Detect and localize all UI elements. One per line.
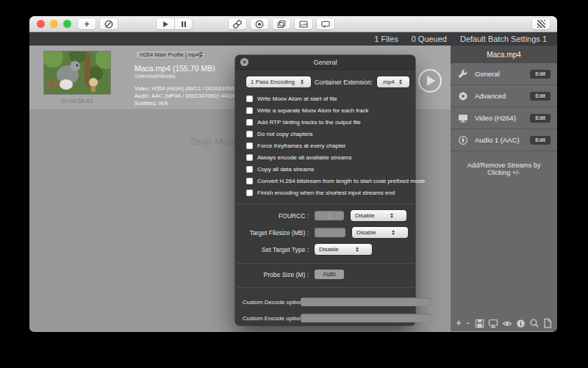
search-button[interactable] (529, 318, 539, 328)
record-icon (254, 19, 265, 29)
target-filesize-field[interactable] (315, 228, 345, 237)
preview-button[interactable] (295, 18, 312, 29)
checkbox-row: Write Moov Atom at start of file (246, 93, 415, 104)
document-button[interactable] (543, 318, 552, 328)
gear-icon (457, 90, 469, 102)
save-button[interactable] (475, 318, 484, 328)
wrench-icon (457, 68, 469, 80)
speaker-icon (457, 134, 469, 146)
panel-top-row: 1 Pass Encoding Container Extension: .mp… (246, 76, 409, 87)
add-file-button[interactable]: + (78, 18, 96, 29)
probe-size-row: Probe Size (M) : Auto (235, 270, 409, 279)
checkbox[interactable] (246, 166, 253, 173)
sidebar-item-advanced[interactable]: Advanced Edit (451, 85, 557, 107)
close-window-button[interactable] (37, 20, 45, 28)
sidebar-footer: + - (451, 315, 557, 331)
checkbox-label: Copy all data streams (257, 166, 314, 173)
start-encoding-button[interactable] (157, 18, 174, 29)
preset-dropdown[interactable]: H264 Main Profile [.mp4] (135, 50, 206, 59)
remove-stream-button[interactable]: - (465, 318, 471, 328)
files-count: 1 Files (374, 35, 398, 43)
file-info: H264 Main Profile [.mp4] Maca.mp4 (155,7… (135, 50, 248, 107)
sidebar-item-label: Advanced (475, 92, 506, 100)
checkbox-label: Add RTP hinting tracks to the output fil… (257, 119, 361, 126)
batch-settings-selector[interactable]: Default Batch Settings 1 (460, 35, 547, 43)
file-path: /Users/kat/Movies (135, 73, 248, 79)
encoding-pass-dropdown[interactable]: 1 Pass Encoding (246, 76, 311, 87)
checkbox-row: Write a separate Moov Atom for each trac… (246, 104, 415, 116)
checkbox-label: Always encode all available streams (257, 154, 352, 161)
checkbox[interactable] (246, 95, 253, 102)
cancel-button[interactable] (100, 18, 118, 29)
play-icon (427, 76, 435, 86)
watch-button[interactable] (502, 318, 512, 328)
stepper-icon (381, 230, 406, 236)
checkbox[interactable] (246, 119, 253, 126)
audio-info: Audio: AAC (MP4A / 0X6134706D) 44100 HZ (135, 93, 248, 100)
search-icon (529, 318, 539, 328)
toolbar-right-group (229, 18, 334, 29)
pause-encoding-button[interactable] (174, 18, 192, 29)
checkbox-label: Write Moov Atom at start of file (257, 95, 337, 102)
pause-icon (179, 19, 189, 29)
record-button[interactable] (251, 18, 268, 29)
toolbar: + (29, 16, 557, 32)
checkbox-row: Force Keyframes at every chapter (246, 140, 415, 151)
info-icon (516, 319, 526, 328)
fourcc-dropdown[interactable]: Disable (351, 210, 406, 221)
edit-audio-button[interactable]: Edit (530, 136, 551, 145)
join-files-button[interactable] (229, 18, 246, 29)
stepper-icon (395, 79, 407, 85)
edit-video-button[interactable]: Edit (530, 114, 551, 123)
toolbar-toggle-button[interactable] (532, 18, 550, 29)
sidebar-item-label: General (475, 70, 500, 78)
batch-windows-button[interactable] (273, 18, 290, 29)
preview-display-button[interactable] (488, 318, 498, 328)
zoom-window-button[interactable] (63, 20, 71, 28)
log-button[interactable] (317, 18, 334, 29)
checkbox[interactable] (246, 142, 253, 149)
checkbox-label: Do not copy chapters (257, 131, 313, 137)
fourcc-field[interactable] (315, 211, 344, 220)
file-play-button[interactable] (418, 69, 442, 93)
checkbox[interactable] (246, 178, 253, 184)
hatch-icon (537, 20, 545, 28)
minimize-window-button[interactable] (50, 20, 58, 28)
divider (237, 203, 414, 204)
video-info: Video: H264 (HIGH) (AVC1 / 0X31637661) Y… (135, 85, 248, 93)
panel-titlebar: ✕ General (235, 55, 415, 70)
checkbox[interactable] (246, 107, 253, 114)
container-extension-dropdown[interactable]: .mp4 (377, 76, 409, 87)
custom-encode-input[interactable] (301, 314, 431, 322)
custom-decode-input[interactable] (301, 297, 431, 306)
container-extension-value: .mp4 (381, 79, 395, 85)
sidebar-item-audio[interactable]: Audio 1 (AAC) Edit (451, 129, 557, 151)
sidebar-item-video[interactable]: Video (H264) Edit (451, 107, 557, 129)
target-filesize-dropdown[interactable]: Disable (352, 227, 408, 238)
sidebar: Maca.mp4 General Edit Advanced Edit (451, 46, 557, 331)
subtitles-info: Subtitles: N/A (135, 100, 248, 107)
prohibited-icon (104, 19, 114, 29)
checkbox[interactable] (246, 190, 253, 196)
window-controls (37, 20, 71, 28)
edit-general-button[interactable]: Edit (530, 70, 551, 79)
info-button[interactable] (516, 318, 526, 328)
close-icon[interactable]: ✕ (240, 58, 248, 66)
checkbox[interactable] (246, 154, 253, 161)
panel-checkbox-list: Write Moov Atom at start of file Write a… (235, 93, 415, 198)
checkbox[interactable] (246, 131, 253, 137)
video-thumbnail (44, 51, 110, 94)
sidebar-title: Maca.mp4 (451, 46, 557, 63)
target-filesize-label: Target Filesize (MB) : (235, 229, 309, 237)
checkbox-row: Convert H.264 bitstream from length to s… (246, 175, 415, 187)
display-icon (457, 112, 469, 124)
sidebar-item-general[interactable]: General Edit (451, 63, 557, 85)
probe-size-auto-button[interactable]: Auto (315, 270, 344, 279)
add-stream-button[interactable]: + (456, 318, 462, 328)
target-type-dropdown[interactable]: Disable (315, 244, 372, 255)
fourcc-row: FOURCC : Disable (235, 210, 409, 221)
custom-encode-row: Custom Encode options (243, 314, 410, 322)
edit-advanced-button[interactable]: Edit (530, 92, 551, 101)
checkbox-label: Force Keyframes at every chapter (257, 142, 346, 149)
link-icon (232, 19, 243, 29)
